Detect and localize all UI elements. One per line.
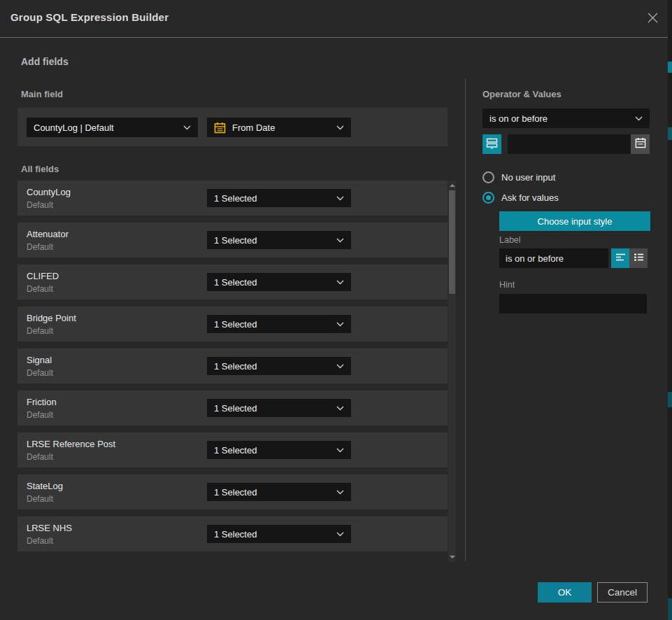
chevron-down-icon [183,125,191,130]
scroll-up-arrow-icon[interactable] [450,184,455,187]
selected-count-dropdown[interactable]: 1 Selected [207,525,351,543]
dialog-title: Group SQL Expression Builder [10,11,169,23]
field-sublabel: Default [27,326,53,336]
selected-count-dropdown[interactable]: 1 Selected [207,231,351,249]
radio-no-user-input[interactable]: No user input [482,171,555,183]
field-sublabel: Default [27,200,53,210]
field-row: LRSE Reference Post Default 1 Selected [17,432,448,467]
field-sublabel: Default [27,452,53,462]
unique-values-button[interactable] [482,134,501,154]
input-style-toggle-group [611,248,648,268]
heading-all-fields: All fields [21,164,59,174]
label-caption: Label [499,235,521,245]
background-edge-fragment [668,392,672,407]
calendar-icon [214,122,226,134]
selected-count-value: 1 Selected [214,445,332,456]
operator-select-value: is on or before [489,113,631,124]
date-value-input[interactable] [508,134,631,154]
main-field-panel: CountyLog | Default From Date [17,108,448,146]
selected-count-dropdown[interactable]: 1 Selected [207,399,351,417]
chevron-down-icon [336,238,344,243]
field-row: Signal Default 1 Selected [17,348,448,383]
layer-select[interactable]: CountyLog | Default [27,118,198,137]
selected-count-dropdown[interactable]: 1 Selected [207,273,351,291]
single-line-style-button[interactable] [611,248,629,268]
radio-circle-selected-icon [482,192,494,204]
selected-count-dropdown[interactable]: 1 Selected [207,189,351,207]
chevron-down-icon [336,406,344,411]
calendar-button[interactable] [631,134,650,154]
selected-count-value: 1 Selected [214,235,332,246]
field-sublabel: Default [27,368,53,378]
field-row: Attenuator Default 1 Selected [17,223,448,258]
selected-count-value: 1 Selected [214,277,332,288]
field-name: Bridge Point [27,313,76,323]
selected-count-value: 1 Selected [214,529,332,540]
close-icon [647,12,659,27]
selected-count-value: 1 Selected [214,361,332,372]
chevron-down-icon [336,280,344,285]
selected-count-dropdown[interactable]: 1 Selected [207,483,351,501]
selected-count-dropdown[interactable]: 1 Selected [207,315,351,333]
calendar-icon [635,137,646,151]
main-field-select-value: From Date [232,122,332,133]
main-field-select[interactable]: From Date [207,118,351,137]
field-row: StateLog Default 1 Selected [17,474,448,509]
selected-count-value: 1 Selected [214,319,332,330]
all-fields-list: CountyLog Default 1 Selected Attenuator … [17,181,448,558]
chevron-down-icon [336,364,344,369]
unique-values-icon [486,137,498,152]
background-edge-fragment [668,62,672,73]
selected-count-dropdown[interactable]: 1 Selected [207,357,351,375]
chevron-down-icon [336,322,344,327]
field-sublabel: Default [27,242,53,252]
scroll-down-arrow-icon[interactable] [450,556,455,558]
field-name: Signal [27,355,52,365]
selected-count-dropdown[interactable]: 1 Selected [207,441,351,459]
heading-add-fields: Add fields [21,56,69,67]
field-sublabel: Default [27,410,53,420]
close-button[interactable] [644,10,661,27]
radio-label: No user input [501,172,555,183]
hint-input[interactable] [499,294,647,313]
ok-button[interactable]: OK [538,582,592,603]
list-scrollbar[interactable] [448,181,456,562]
list-style-button[interactable] [629,248,648,268]
selected-count-value: 1 Selected [214,193,332,204]
field-row: Bridge Point Default 1 Selected [17,307,448,341]
chevron-down-icon [336,532,344,537]
field-row: Friction Default 1 Selected [17,390,448,425]
chevron-down-icon [336,490,344,495]
operator-select[interactable]: is on or before [482,108,650,128]
heading-main-field: Main field [21,89,63,99]
field-name: StateLog [27,481,63,491]
label-input[interactable] [499,248,608,268]
field-row: CLIFED Default 1 Selected [17,265,448,300]
field-name: Attenuator [27,229,69,239]
field-row: CountyLog Default 1 Selected [17,181,448,216]
background-edge-fragment [668,127,672,140]
bulleted-list-icon [634,252,644,265]
field-sublabel: Default [27,284,53,294]
radio-ask-for-values[interactable]: Ask for values [482,192,559,204]
field-name: LRSE NHS [27,523,72,533]
field-name: Friction [27,397,57,407]
field-name: CountyLog [27,187,71,197]
selected-count-value: 1 Selected [214,487,332,498]
field-name: LRSE Reference Post [27,439,115,449]
value-input-row [482,134,650,154]
cancel-button[interactable]: Cancel [597,582,648,603]
chevron-down-icon [336,448,344,453]
background-app-edge [668,0,672,620]
section-divider [465,78,466,561]
group-sql-expression-builder-dialog: Group SQL Expression Builder Add fields … [0,0,672,620]
radio-label: Ask for values [501,192,559,203]
chevron-down-icon [635,116,643,121]
chevron-down-icon [336,196,344,201]
radio-circle-icon [482,171,494,183]
title-divider [0,37,668,38]
align-left-icon [615,252,626,265]
scrollbar-thumb[interactable] [449,190,455,294]
choose-input-style-button[interactable]: Choose input style [499,211,650,231]
field-row: LRSE NHS Default 1 Selected [17,516,448,551]
